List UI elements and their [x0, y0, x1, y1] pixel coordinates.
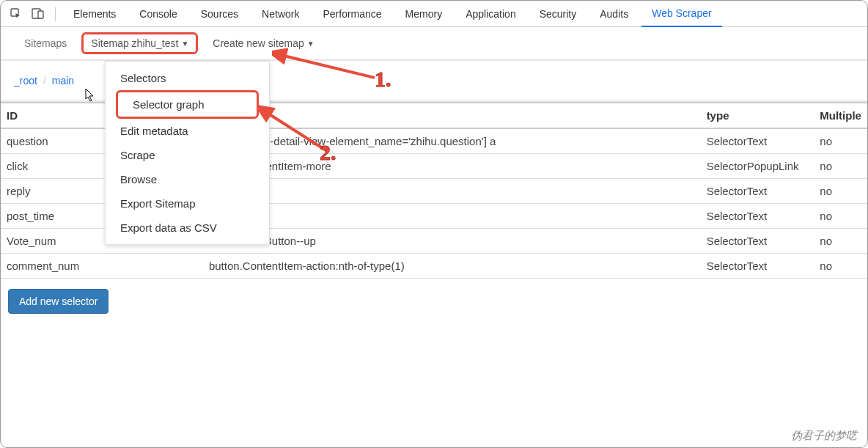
- nav-create-new-dropdown[interactable]: Create new sitemap ▼: [202, 33, 324, 54]
- menu-selectors[interactable]: Selectors: [106, 66, 269, 90]
- current-sitemap-label: Sitemap zhihu_test: [91, 37, 178, 49]
- cell-type: SelectorPopupLink: [701, 154, 814, 179]
- cell-multiple: no: [814, 229, 867, 254]
- col-header-type: type: [701, 103, 814, 128]
- annotation-1: 1.: [375, 67, 391, 92]
- watermark: 伪君子的梦呓: [791, 429, 857, 443]
- cursor-icon: [84, 87, 97, 106]
- cell-selector: button.ContentItem-action:nth-of-type(1): [203, 254, 701, 279]
- cell-id: comment_num: [1, 254, 203, 279]
- devtools-tab-bar: Elements Console Sources Network Perform…: [1, 1, 867, 27]
- tab-application[interactable]: Application: [455, 1, 526, 27]
- inspect-icon[interactable]: [7, 4, 26, 23]
- cell-multiple: no: [814, 254, 867, 279]
- svg-rect-2: [38, 11, 43, 18]
- breadcrumb-root[interactable]: _root: [14, 75, 37, 87]
- menu-selector-graph[interactable]: Selector graph: [116, 90, 259, 119]
- annotation-2: 2.: [320, 140, 336, 165]
- tab-console[interactable]: Console: [129, 1, 187, 27]
- col-header-multiple: Multiple: [814, 103, 867, 128]
- tab-performance[interactable]: Performance: [312, 1, 391, 27]
- cell-multiple: no: [814, 154, 867, 179]
- cell-multiple: no: [814, 179, 867, 204]
- menu-browse[interactable]: Browse: [106, 167, 269, 191]
- breadcrumb-separator: /: [43, 75, 46, 87]
- device-toggle-icon[interactable]: [29, 4, 48, 23]
- cell-multiple: no: [814, 204, 867, 229]
- nav-sitemaps[interactable]: Sitemaps: [14, 33, 77, 54]
- tab-audits[interactable]: Audits: [589, 1, 639, 27]
- separator: [55, 7, 56, 21]
- cell-type: SelectorText: [701, 128, 814, 154]
- cell-selector: [203, 204, 701, 229]
- nav-current-sitemap-dropdown[interactable]: Sitemap zhihu_test ▼: [81, 32, 198, 54]
- breadcrumb-main[interactable]: main: [52, 75, 74, 87]
- cell-selector: button.ContentItem-more: [203, 154, 701, 179]
- scraper-nav-bar: Sitemaps Sitemap zhihu_test ▼ Create new…: [1, 27, 867, 61]
- cell-selector: [203, 179, 701, 204]
- tab-network[interactable]: Network: [251, 1, 309, 27]
- tab-elements[interactable]: Elements: [63, 1, 126, 27]
- tab-memory[interactable]: Memory: [395, 1, 453, 27]
- menu-export-sitemap[interactable]: Export Sitemap: [106, 191, 269, 216]
- table-row[interactable]: comment_numbutton.ContentItem-action:nth…: [1, 254, 867, 279]
- tab-sources[interactable]: Sources: [191, 1, 249, 27]
- cell-type: SelectorText: [701, 204, 814, 229]
- cell-type: SelectorText: [701, 254, 814, 279]
- cell-type: SelectorText: [701, 229, 814, 254]
- add-new-selector-button[interactable]: Add new selector: [8, 289, 108, 314]
- chevron-down-icon: ▼: [307, 40, 315, 48]
- tab-security[interactable]: Security: [529, 1, 587, 27]
- menu-scrape[interactable]: Scrape: [106, 143, 269, 167]
- chevron-down-icon: ▼: [181, 40, 188, 48]
- create-new-label: Create new sitemap: [213, 37, 304, 49]
- cell-multiple: no: [814, 128, 867, 154]
- col-header-selector: Selector: [203, 103, 701, 128]
- cell-selector: button.VoteButton--up: [203, 229, 701, 254]
- cell-type: SelectorText: [701, 179, 814, 204]
- cell-selector: h2 a[data-za-detail-view-element_name='z…: [203, 128, 701, 154]
- tab-web-scraper[interactable]: Web Scraper: [641, 1, 721, 27]
- menu-edit-metadata[interactable]: Edit metadata: [106, 119, 269, 143]
- menu-export-csv[interactable]: Export data as CSV: [106, 216, 269, 240]
- sitemap-dropdown-menu: Selectors Selector graph Edit metadata S…: [105, 61, 270, 245]
